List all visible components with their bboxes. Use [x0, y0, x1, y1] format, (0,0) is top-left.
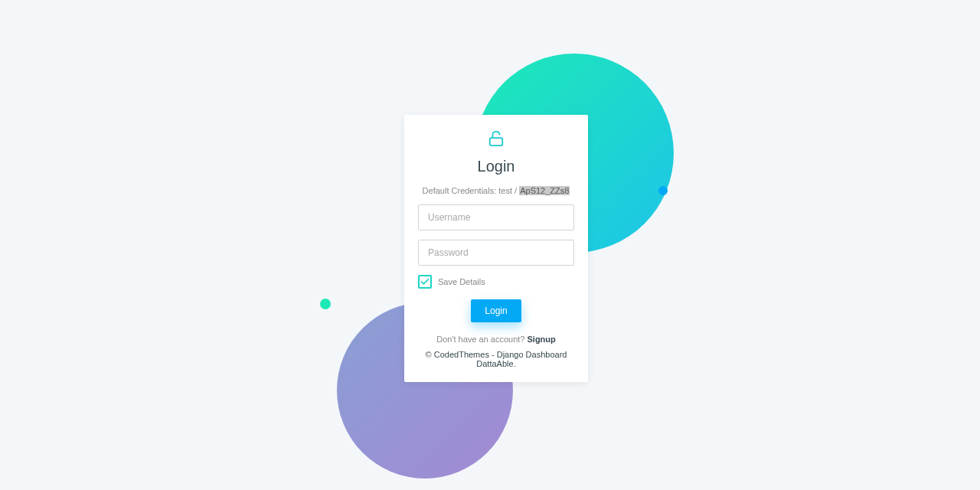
login-title: Login — [418, 158, 574, 175]
signup-line: Don't have an account? Signup — [418, 335, 574, 344]
credentials-password: ApS12_ZZs8 — [519, 186, 570, 195]
save-details-label: Save Details — [438, 277, 485, 286]
bg-dot-teal — [320, 299, 331, 309]
signup-prefix: Don't have an account? — [436, 335, 527, 344]
signup-link[interactable]: Signup — [528, 335, 556, 344]
footer-sep: - — [489, 350, 497, 359]
bg-dot-blue — [658, 186, 668, 195]
footer-suffix: . — [514, 359, 516, 368]
username-input[interactable] — [418, 204, 574, 230]
footer-line: © CodedThemes - Django Dashboard DattaAb… — [418, 350, 574, 368]
login-card: Login Default Credentials: test / ApS12_… — [404, 115, 588, 382]
login-button[interactable]: Login — [471, 299, 521, 322]
footer-prefix: © — [426, 350, 434, 359]
save-details-row: Save Details — [418, 275, 574, 289]
default-credentials: Default Credentials: test / ApS12_ZZs8 — [418, 186, 574, 195]
password-input[interactable] — [418, 240, 574, 266]
save-details-checkbox[interactable] — [418, 275, 432, 289]
svg-rect-0 — [490, 138, 503, 145]
credentials-prefix: Default Credentials: test / — [423, 186, 520, 195]
footer-link-codedthemes[interactable]: CodedThemes — [434, 350, 489, 359]
unlock-icon — [418, 130, 574, 152]
